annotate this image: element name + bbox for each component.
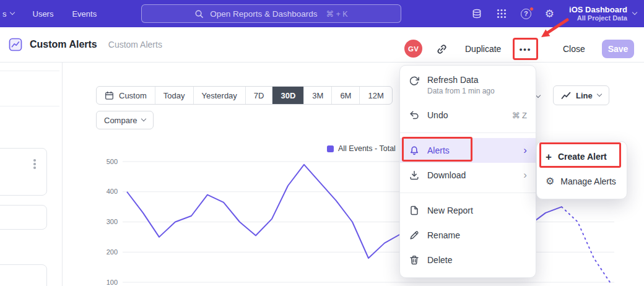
top-nav-right: ? ⚙ iOS Dashboard All Project Data	[471, 0, 637, 27]
menu-item-sublabel: Data from 1 min ago	[427, 87, 495, 95]
settings-icon[interactable]: ⚙	[545, 9, 554, 19]
chevron-right-icon: ›	[523, 170, 527, 180]
menu-item-refresh-data[interactable]: Refresh Data Data from 1 min ago	[400, 69, 536, 103]
date-range-label: 12M	[368, 91, 383, 100]
calendar-icon	[105, 91, 114, 100]
gear-icon: ⚙	[546, 176, 554, 186]
menu-item-new-report[interactable]: New Report	[400, 198, 536, 223]
menu-item-delete[interactable]: Delete	[400, 248, 536, 272]
sidebar-card[interactable]	[0, 205, 47, 230]
date-range-label: Custom	[119, 91, 147, 100]
date-range-label: 3M	[312, 91, 323, 100]
svg-text:200: 200	[107, 248, 118, 256]
legend-label: All Events - Total	[338, 144, 396, 153]
apps-grid-icon[interactable]	[496, 8, 507, 19]
date-range-label: 30D	[281, 91, 295, 100]
chevron-down-icon	[596, 92, 601, 97]
chevron-right-icon: ›	[523, 145, 527, 155]
menu-item-download[interactable]: Download ›	[400, 163, 536, 188]
report-options-menu: Refresh Data Data from 1 min ago Undo ⌘ …	[399, 65, 536, 278]
date-range-today[interactable]: Today	[155, 87, 193, 104]
submenu-item-label: Create Alert	[558, 152, 607, 162]
compare-button[interactable]: Compare	[96, 111, 154, 129]
trash-icon	[409, 254, 420, 266]
series-line-dotted	[562, 207, 610, 282]
report-header: Custom Alerts Custom Alerts	[0, 27, 644, 63]
data-icon[interactable]	[471, 8, 482, 19]
date-range-6m[interactable]: 6M	[331, 87, 359, 104]
date-range-label: Today	[163, 91, 185, 100]
menu-divider	[400, 193, 536, 193]
menu-item-label: Undo	[427, 110, 448, 120]
project-selector[interactable]: iOS Dashboard All Project Data	[569, 5, 637, 23]
project-title: iOS Dashboard	[569, 5, 627, 15]
date-range-12m[interactable]: 12M	[359, 87, 391, 104]
menu-item-label: New Report	[427, 206, 473, 215]
primary-nav: s Users Events	[0, 0, 97, 27]
chart-legend: All Events - Total	[327, 144, 396, 153]
pencil-icon	[409, 230, 420, 241]
date-range-yesterday[interactable]: Yesterday	[193, 87, 245, 104]
plus-icon: +	[546, 152, 552, 162]
notification-dot	[529, 7, 534, 11]
date-range-7d[interactable]: 7D	[245, 87, 272, 104]
page-title: Custom Alerts	[30, 39, 97, 50]
menu-item-shortcut: ⌘ Z	[511, 111, 527, 120]
date-range-3m[interactable]: 3M	[303, 87, 331, 104]
link-icon	[436, 43, 448, 55]
sidebar-card[interactable]	[0, 148, 47, 196]
avatar[interactable]: GV	[404, 40, 422, 58]
bell-icon	[409, 145, 420, 156]
kebab-menu-icon[interactable]	[33, 159, 36, 169]
more-options-button[interactable]: •••	[516, 41, 535, 57]
chevron-down-icon	[141, 116, 146, 121]
project-subtitle: All Project Data	[569, 14, 627, 22]
compare-label: Compare	[104, 116, 137, 125]
chart-type-selector[interactable]: Line	[553, 85, 609, 105]
nav-item-partial[interactable]: s	[2, 9, 14, 19]
top-nav-bar: s Users Events Open Reports & Dashboards…	[0, 0, 644, 27]
line-chart-icon	[561, 90, 571, 100]
menu-item-label: Alerts	[427, 145, 450, 155]
help-icon[interactable]: ?	[521, 9, 531, 19]
chart-type-label: Line	[576, 91, 593, 100]
menu-item-rename[interactable]: Rename	[400, 223, 536, 248]
report-icon	[9, 38, 22, 51]
refresh-icon	[409, 76, 420, 87]
date-range-custom[interactable]: Custom	[97, 87, 155, 104]
submenu-item-manage-alerts[interactable]: ⚙ Manage Alerts	[537, 169, 627, 194]
share-link-button[interactable]	[436, 43, 448, 55]
nav-item-events[interactable]: Events	[72, 9, 97, 19]
search-icon	[194, 9, 204, 19]
chevron-down-icon	[536, 93, 541, 98]
sidebar-card[interactable]	[0, 264, 47, 286]
undo-icon	[409, 110, 420, 121]
svg-text:500: 500	[107, 158, 118, 165]
date-range-label: Yesterday	[202, 91, 237, 100]
breadcrumb[interactable]: Custom Alerts	[108, 40, 162, 50]
nav-item-users[interactable]: Users	[33, 9, 54, 19]
svg-text:100: 100	[107, 279, 118, 286]
download-icon	[409, 170, 420, 181]
date-range-30d[interactable]: 30D	[272, 87, 303, 104]
sidebar-row-divider	[0, 106, 59, 106]
legend-swatch	[327, 145, 334, 152]
menu-item-alerts[interactable]: Alerts ›	[400, 138, 536, 163]
submenu-item-create-alert[interactable]: + Create Alert	[537, 144, 627, 169]
menu-item-label: Rename	[427, 230, 460, 240]
svg-text:400: 400	[107, 188, 118, 195]
menu-divider	[400, 132, 536, 133]
global-search-input[interactable]: Open Reports & Dashboards ⌘ + K	[141, 4, 401, 23]
close-button[interactable]: Close	[563, 44, 585, 54]
new-report-icon	[409, 205, 420, 216]
save-button[interactable]: Save	[602, 40, 634, 58]
sidebar-row-divider	[0, 71, 59, 71]
duplicate-button[interactable]: Duplicate	[465, 44, 501, 54]
nav-item-partial-label: s	[2, 9, 7, 19]
chevron-down-icon	[632, 10, 637, 15]
alerts-submenu: + Create Alert ⚙ Manage Alerts	[536, 141, 627, 199]
menu-item-label: Download	[427, 170, 466, 180]
sidebar-divider	[62, 63, 63, 286]
chevron-down-icon	[9, 10, 14, 15]
menu-item-undo[interactable]: Undo ⌘ Z	[400, 103, 536, 128]
